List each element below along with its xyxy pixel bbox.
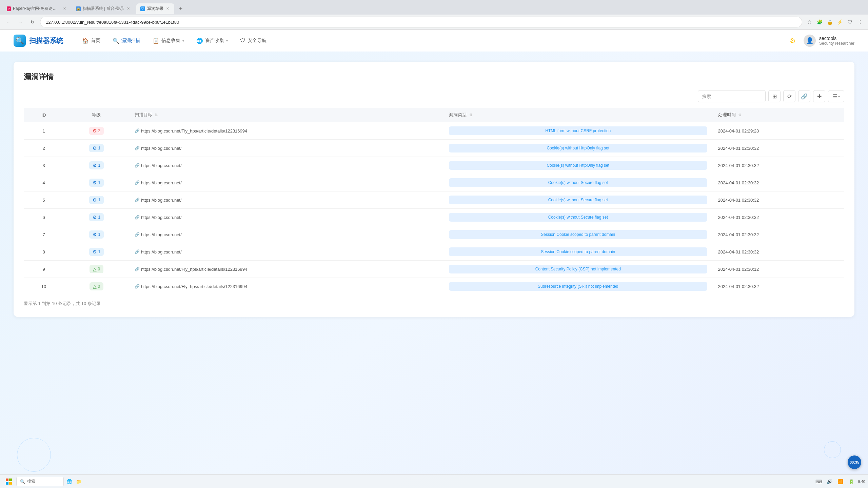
tab-1[interactable]: P PaperRay官网-免费论文社测… ✕ (3, 3, 71, 14)
url-icon: 🔗 (135, 163, 140, 168)
cell-level: ⚙ 1 (64, 140, 129, 157)
reload-button[interactable]: ↻ (28, 17, 37, 27)
url-link[interactable]: 🔗 https://blog.csdn.net/Fly_hps/article/… (135, 284, 438, 289)
browser-ext4-icon[interactable]: 🛡 (846, 18, 854, 26)
nav-vuln-scan[interactable]: 🔍 漏洞扫描 (107, 35, 146, 47)
nav-home[interactable]: 🏠 首页 (77, 35, 106, 47)
url-icon: 🔗 (135, 215, 140, 220)
cell-id: 6 (24, 209, 64, 226)
level-value: 1 (98, 249, 101, 254)
float-timer-button[interactable]: 00:35 (848, 455, 861, 469)
table-row: 4 ⚙ 1 🔗 https://blog.csdn.net/ Cookie(s)… (24, 174, 844, 191)
link-button[interactable]: 🔗 (798, 90, 810, 102)
logo-icon: 🔍 (14, 35, 26, 47)
level-value: 1 (98, 198, 101, 202)
table-row: 6 ⚙ 1 🔗 https://blog.csdn.net/ Cookie(s)… (24, 209, 844, 226)
level-value: 0 (98, 284, 100, 289)
taskbar-battery-icon[interactable]: 🔋 (847, 477, 855, 486)
nav-asset-collect-label: 资产收集 (205, 38, 224, 44)
browser-ext3-icon[interactable]: ⚡ (835, 18, 844, 26)
url-link[interactable]: 🔗 https://blog.csdn.net/ (135, 215, 438, 220)
taskbar-browser-icon[interactable]: 🌐 (65, 477, 73, 486)
url-link[interactable]: 🔗 https://blog.csdn.net/ (135, 163, 438, 168)
taskbar-input-icon[interactable]: ⌨ (815, 477, 823, 486)
cell-level: ⚙ 1 (64, 191, 129, 209)
new-tab-button[interactable]: + (176, 3, 186, 15)
nav-asset-collect[interactable]: 🌐 资产收集 ▾ (191, 35, 233, 47)
level-badge: ⚙ 1 (89, 230, 104, 239)
level-badge: ⚙ 1 (89, 196, 104, 204)
page-title: 漏洞详情 (24, 72, 844, 82)
list-view-button[interactable]: ☰ ▾ (828, 90, 844, 102)
taskbar-network-icon[interactable]: 📶 (836, 477, 845, 486)
level-badge: ⚙ 1 (89, 213, 104, 221)
level-icon: △ (93, 284, 97, 289)
refresh-button[interactable]: ⟳ (783, 90, 795, 102)
nav-security-nav[interactable]: 🛡 安全导航 (235, 35, 272, 46)
browser-menu-icon[interactable]: ⋮ (856, 18, 865, 26)
taskbar-volume-icon[interactable]: 🔊 (826, 477, 834, 486)
sort-vuln-icon: ⇅ (469, 113, 472, 117)
cell-time: 2024-04-01 02:30:32 (713, 278, 844, 295)
url-icon: 🔗 (135, 249, 140, 254)
forward-button[interactable]: → (16, 17, 25, 27)
bg-deco-4 (17, 438, 51, 472)
user-info: sectools Security researcher (819, 36, 854, 46)
logo: 🔍 扫描器系统 (14, 35, 63, 47)
tab-2-close[interactable]: ✕ (126, 6, 131, 11)
taskbar-start-button[interactable] (3, 476, 15, 487)
vuln-type-badge: Cookie(s) without Secure flag set (449, 196, 707, 204)
url-link[interactable]: 🔗 https://blog.csdn.net/Fly_hps/article/… (135, 128, 438, 134)
col-target: 扫描目标 ⇅ (129, 108, 443, 122)
security-nav-icon: 🛡 (240, 38, 245, 44)
cell-time: 2024-04-01 02:30:12 (713, 261, 844, 278)
sort-time-icon: ⇅ (738, 113, 741, 117)
tab-3-label: 漏洞结果 (147, 6, 163, 12)
url-icon: 🔗 (135, 267, 140, 271)
url-link[interactable]: 🔗 https://blog.csdn.net/ (135, 232, 438, 237)
plus-icon: ✚ (817, 93, 822, 100)
tab-3-close[interactable]: ✕ (165, 6, 170, 11)
url-link[interactable]: 🔗 https://blog.csdn.net/Fly_hps/article/… (135, 267, 438, 272)
search-input[interactable] (698, 90, 766, 102)
level-icon: ⚙ (93, 249, 97, 255)
nav-info-collect[interactable]: 📋 信息收集 ▾ (147, 35, 190, 47)
browser-star-icon[interactable]: ☆ (805, 18, 814, 26)
tab-1-close[interactable]: ✕ (62, 6, 66, 11)
plus-button[interactable]: ✚ (813, 90, 825, 102)
browser-ext1-icon[interactable]: 🧩 (815, 18, 824, 26)
cell-target: 🔗 https://blog.csdn.net/ (129, 191, 443, 209)
table-row: 10 △ 0 🔗 https://blog.csdn.net/Fly_hps/a… (24, 278, 844, 295)
url-link[interactable]: 🔗 https://blog.csdn.net/ (135, 146, 438, 151)
link-icon: 🔗 (801, 93, 808, 100)
url-link[interactable]: 🔗 https://blog.csdn.net/ (135, 198, 438, 203)
address-bar-input[interactable] (40, 17, 802, 27)
taskbar-time: 9:40 (858, 480, 865, 484)
url-icon: 🔗 (135, 284, 140, 289)
taskbar-search-bar[interactable]: 🔍 搜索 (16, 477, 64, 486)
browser-ext2-icon[interactable]: 🔒 (825, 18, 834, 26)
cell-id: 10 (24, 278, 64, 295)
copy-button[interactable]: ⊞ (768, 90, 781, 102)
taskbar-right: ⌨ 🔊 📶 🔋 9:40 (815, 477, 865, 486)
url-link[interactable]: 🔗 https://blog.csdn.net/ (135, 249, 438, 255)
cell-target: 🔗 https://blog.csdn.net/Fly_hps/article/… (129, 261, 443, 278)
level-badge: △ 0 (90, 265, 104, 273)
level-badge: ⚙ 1 (89, 161, 104, 169)
url-link[interactable]: 🔗 https://blog.csdn.net/ (135, 180, 438, 185)
level-value: 1 (98, 180, 101, 185)
settings-button[interactable]: ⚙ (787, 35, 798, 46)
back-button[interactable]: ← (3, 17, 13, 27)
tab-3[interactable]: 🛡 漏洞结果 ✕ (136, 3, 174, 14)
cell-time: 2024-04-01 02:30:32 (713, 209, 844, 226)
cell-id: 8 (24, 243, 64, 261)
address-bar-row: ← → ↻ ☆ 🧩 🔒 ⚡ 🛡 ⋮ (0, 15, 868, 29)
cell-id: 7 (24, 226, 64, 243)
level-badge: △ 0 (90, 282, 104, 290)
taskbar-app1-icon[interactable]: 📁 (75, 477, 83, 486)
cell-id: 1 (24, 122, 64, 140)
url-text: https://blog.csdn.net/ (141, 198, 182, 203)
tab-2[interactable]: 🔒 扫描器系统 | 后台-登录 ✕ (72, 3, 135, 14)
cell-target: 🔗 https://blog.csdn.net/Fly_hps/article/… (129, 278, 443, 295)
user-section[interactable]: 👤 sectools Security researcher (804, 35, 854, 47)
